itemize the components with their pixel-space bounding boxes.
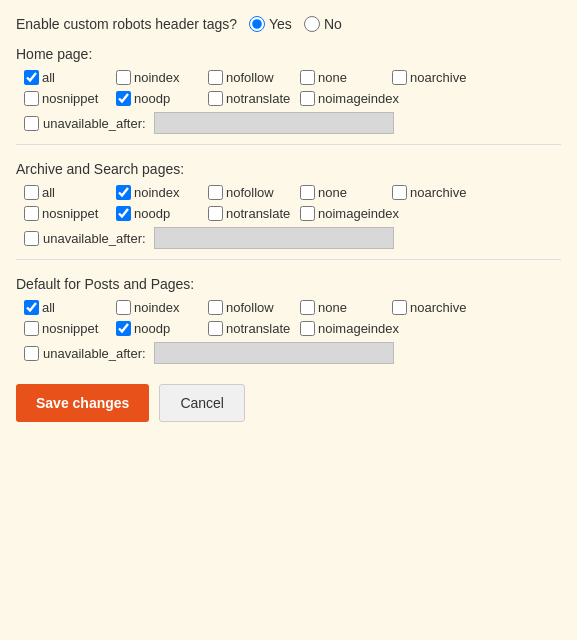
checkbox-label-arch_notranslate[interactable]: notranslate bbox=[226, 206, 290, 221]
checkbox-label-home_noindex[interactable]: noindex bbox=[134, 70, 180, 85]
checkbox-arch_noimageindex[interactable] bbox=[300, 206, 315, 221]
checkbox-item-home_noindex: noindex bbox=[116, 70, 206, 85]
checkbox-arch_noindex[interactable] bbox=[116, 185, 131, 200]
section-posts-row1: allnoindexnofollownonenoarchive bbox=[24, 300, 561, 315]
section-posts-title: Default for Posts and Pages: bbox=[16, 276, 561, 292]
checkbox-archive-unavailable[interactable] bbox=[24, 231, 39, 246]
checkbox-label-post_none[interactable]: none bbox=[318, 300, 347, 315]
checkbox-item-post_noimageindex: noimageindex bbox=[300, 321, 399, 336]
radio-no-input[interactable] bbox=[304, 16, 320, 32]
checkbox-home_notranslate[interactable] bbox=[208, 91, 223, 106]
checkbox-label-arch_noimageindex[interactable]: noimageindex bbox=[318, 206, 399, 221]
checkbox-item-arch_nofollow: nofollow bbox=[208, 185, 298, 200]
radio-no-label: No bbox=[324, 16, 342, 32]
radio-yes-input[interactable] bbox=[249, 16, 265, 32]
checkbox-home_noarchive[interactable] bbox=[392, 70, 407, 85]
checkbox-arch_nofollow[interactable] bbox=[208, 185, 223, 200]
checkbox-item-post_notranslate: notranslate bbox=[208, 321, 298, 336]
section-archive-grid: allnoindexnofollownonenoarchivenosnippet… bbox=[16, 185, 561, 249]
checkbox-home_noimageindex[interactable] bbox=[300, 91, 315, 106]
checkbox-arch_none[interactable] bbox=[300, 185, 315, 200]
checkbox-label-arch_nosnippet[interactable]: nosnippet bbox=[42, 206, 98, 221]
button-row: Save changes Cancel bbox=[16, 384, 561, 422]
checkbox-home_all[interactable] bbox=[24, 70, 39, 85]
sections-container: Home page:allnoindexnofollownonenoarchiv… bbox=[16, 46, 561, 364]
checkbox-label-home_none[interactable]: none bbox=[318, 70, 347, 85]
checkbox-home_noindex[interactable] bbox=[116, 70, 131, 85]
checkbox-label-arch_noodp[interactable]: noodp bbox=[134, 206, 170, 221]
checkbox-label-post_nosnippet[interactable]: nosnippet bbox=[42, 321, 98, 336]
checkbox-label-home_nofollow[interactable]: nofollow bbox=[226, 70, 274, 85]
section-home-title: Home page: bbox=[16, 46, 561, 62]
radio-yes-label: Yes bbox=[269, 16, 292, 32]
checkbox-item-arch_none: none bbox=[300, 185, 390, 200]
checkbox-post_nosnippet[interactable] bbox=[24, 321, 39, 336]
checkbox-home_nofollow[interactable] bbox=[208, 70, 223, 85]
checkbox-arch_noarchive[interactable] bbox=[392, 185, 407, 200]
checkbox-post_noodp[interactable] bbox=[116, 321, 131, 336]
checkbox-item-home_none: none bbox=[300, 70, 390, 85]
checkbox-post_notranslate[interactable] bbox=[208, 321, 223, 336]
checkbox-item-arch_all: all bbox=[24, 185, 114, 200]
checkbox-label-arch_noindex[interactable]: noindex bbox=[134, 185, 180, 200]
input-home-unavailable-date[interactable] bbox=[154, 112, 394, 134]
checkbox-label-post_notranslate[interactable]: notranslate bbox=[226, 321, 290, 336]
checkbox-arch_noodp[interactable] bbox=[116, 206, 131, 221]
label-posts-unavailable[interactable]: unavailable_after: bbox=[43, 346, 146, 361]
checkbox-home-unavailable[interactable] bbox=[24, 116, 39, 131]
checkbox-label-arch_noarchive[interactable]: noarchive bbox=[410, 185, 466, 200]
checkbox-item-arch_noimageindex: noimageindex bbox=[300, 206, 399, 221]
checkbox-label-home_nosnippet[interactable]: nosnippet bbox=[42, 91, 98, 106]
label-archive-unavailable[interactable]: unavailable_after: bbox=[43, 231, 146, 246]
checkbox-item-post_noindex: noindex bbox=[116, 300, 206, 315]
section-posts-row2: nosnippetnoodpnotranslatenoimageindex bbox=[24, 321, 561, 336]
radio-yes-option[interactable]: Yes bbox=[249, 16, 292, 32]
checkbox-item-home_all: all bbox=[24, 70, 114, 85]
checkbox-label-arch_nofollow[interactable]: nofollow bbox=[226, 185, 274, 200]
checkbox-post_noimageindex[interactable] bbox=[300, 321, 315, 336]
checkbox-label-post_noimageindex[interactable]: noimageindex bbox=[318, 321, 399, 336]
checkbox-arch_nosnippet[interactable] bbox=[24, 206, 39, 221]
checkbox-label-post_all[interactable]: all bbox=[42, 300, 55, 315]
checkbox-home_noodp[interactable] bbox=[116, 91, 131, 106]
checkbox-home_nosnippet[interactable] bbox=[24, 91, 39, 106]
checkbox-item-post_none: none bbox=[300, 300, 390, 315]
radio-no-option[interactable]: No bbox=[304, 16, 342, 32]
checkbox-label-home_all[interactable]: all bbox=[42, 70, 55, 85]
checkbox-label-post_noarchive[interactable]: noarchive bbox=[410, 300, 466, 315]
checkbox-item-home_nofollow: nofollow bbox=[208, 70, 298, 85]
checkbox-item-post_noarchive: noarchive bbox=[392, 300, 482, 315]
checkbox-post_noindex[interactable] bbox=[116, 300, 131, 315]
save-button[interactable]: Save changes bbox=[16, 384, 149, 422]
checkbox-post_none[interactable] bbox=[300, 300, 315, 315]
checkbox-item-arch_noindex: noindex bbox=[116, 185, 206, 200]
checkbox-label-arch_none[interactable]: none bbox=[318, 185, 347, 200]
section-home-row2: nosnippetnoodpnotranslatenoimageindex bbox=[24, 91, 561, 106]
checkbox-arch_all[interactable] bbox=[24, 185, 39, 200]
input-archive-unavailable-date[interactable] bbox=[154, 227, 394, 249]
checkbox-label-arch_all[interactable]: all bbox=[42, 185, 55, 200]
section-archive-row1: allnoindexnofollownonenoarchive bbox=[24, 185, 561, 200]
checkbox-post_noarchive[interactable] bbox=[392, 300, 407, 315]
checkbox-label-home_noimageindex[interactable]: noimageindex bbox=[318, 91, 399, 106]
input-posts-unavailable-date[interactable] bbox=[154, 342, 394, 364]
checkbox-label-home_noodp[interactable]: noodp bbox=[134, 91, 170, 106]
checkbox-home_none[interactable] bbox=[300, 70, 315, 85]
cancel-button[interactable]: Cancel bbox=[159, 384, 245, 422]
checkbox-item-arch_noodp: noodp bbox=[116, 206, 206, 221]
label-home-unavailable[interactable]: unavailable_after: bbox=[43, 116, 146, 131]
checkbox-item-arch_noarchive: noarchive bbox=[392, 185, 482, 200]
checkbox-label-home_notranslate[interactable]: notranslate bbox=[226, 91, 290, 106]
checkbox-item-arch_notranslate: notranslate bbox=[208, 206, 298, 221]
checkbox-post_all[interactable] bbox=[24, 300, 39, 315]
checkbox-label-post_noodp[interactable]: noodp bbox=[134, 321, 170, 336]
checkbox-posts-unavailable[interactable] bbox=[24, 346, 39, 361]
section-posts: Default for Posts and Pages:allnoindexno… bbox=[16, 276, 561, 364]
checkbox-label-home_noarchive[interactable]: noarchive bbox=[410, 70, 466, 85]
checkbox-label-post_noindex[interactable]: noindex bbox=[134, 300, 180, 315]
checkbox-arch_notranslate[interactable] bbox=[208, 206, 223, 221]
section-home: Home page:allnoindexnofollownonenoarchiv… bbox=[16, 46, 561, 145]
checkbox-label-post_nofollow[interactable]: nofollow bbox=[226, 300, 274, 315]
checkbox-post_nofollow[interactable] bbox=[208, 300, 223, 315]
section-divider bbox=[16, 259, 561, 260]
